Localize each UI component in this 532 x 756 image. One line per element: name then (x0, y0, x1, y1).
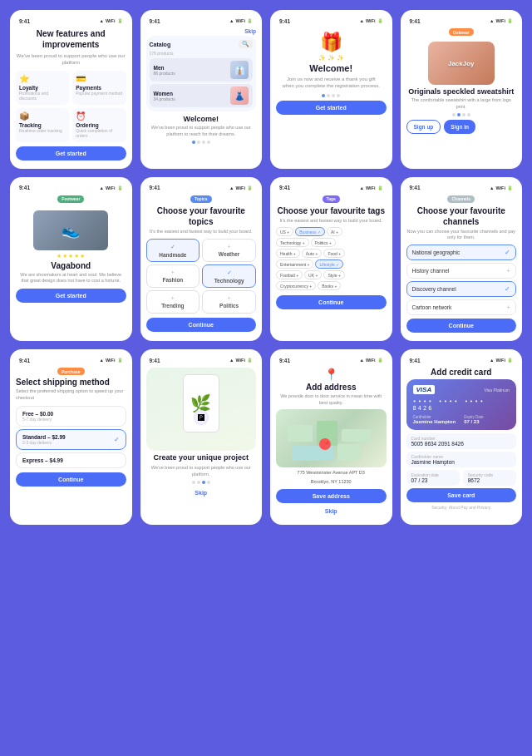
card4-btn-row: Sign up Sign in (406, 120, 517, 134)
catalog-search[interactable]: 🔍 (239, 40, 253, 48)
form-card-number[interactable]: Card number 5005 8634 2091 8426 (406, 433, 517, 449)
wifi-icon: WiFi (106, 18, 116, 23)
tracking-icon: 📦 (19, 111, 29, 121)
get-started-button-5[interactable]: Get started (16, 289, 126, 303)
status-bar-11: 9:41 ▲ WiFi 🔋 (276, 356, 387, 364)
catalog-item-men-left: Men 86 products (154, 65, 175, 76)
card8-title: Choose your favourite channels (406, 205, 517, 227)
men-label: Men (154, 65, 175, 71)
check-icon-2: ✓ (227, 269, 232, 276)
tag-uk[interactable]: UK + (304, 270, 322, 279)
time-5: 9:41 (19, 185, 30, 190)
tag-us[interactable]: US + (276, 227, 293, 236)
get-started-button-1[interactable]: Get started (16, 146, 126, 161)
continue-button-9[interactable]: Continue (16, 472, 126, 487)
location-icon: 📍 (324, 368, 338, 381)
status-bar-6: 9:41 ▲ WiFi 🔋 (146, 184, 257, 192)
continue-button-7[interactable]: Continue (276, 295, 387, 309)
card-vagabond: 9:41 ▲ WiFi 🔋 Footwear 👟 ★★★★★ Vagabond … (10, 177, 132, 341)
status-icons-4: ▲ WiFi 🔋 (490, 18, 513, 23)
form-security[interactable]: Security code 8672 (463, 470, 516, 486)
save-address-button[interactable]: Save address (276, 489, 387, 503)
tag-entertainment[interactable]: Entertainment + (276, 259, 313, 269)
plus-icon-4: + (228, 295, 231, 301)
skip-button-10[interactable]: Skip (195, 487, 207, 498)
topic-fashion[interactable]: + Fashion (146, 264, 200, 288)
shipping-free[interactable]: Free – $0.00 5-7 day delivery (16, 406, 126, 427)
battery-icon-2: 🔋 (247, 18, 253, 23)
card-create-project: 9:41 ▲ WiFi 🔋 🌿 🅿 Create your unique pro… (140, 349, 263, 525)
tag-style[interactable]: Style + (323, 270, 344, 279)
time-10: 9:41 (150, 358, 160, 363)
channel-history[interactable]: History channel + (406, 263, 517, 279)
card-sweatshirt: 9:41 ▲ WiFi 🔋 Outwear JackJoy Originals … (401, 10, 523, 169)
channel-national[interactable]: National geographic ✓ (406, 245, 517, 260)
sparkle-2: ✨ (328, 55, 335, 62)
card7-title: Choose your favourite tags (278, 205, 385, 216)
dot-3-2 (332, 94, 335, 97)
channel-cartoon[interactable]: Cartoon network + (406, 299, 517, 315)
signal-icon-6: ▲ (229, 185, 234, 190)
dot-2-0 (192, 141, 195, 144)
dot-4-1 (457, 113, 461, 116)
tags-badge: Tags (323, 195, 340, 203)
sparkle-1: ✨ (318, 55, 326, 62)
topic-fashion-name: Fashion (162, 277, 183, 283)
shoe-image: 👟 (33, 210, 108, 250)
card-topics: 9:41 ▲ WiFi 🔋 Topics Choose your favouri… (140, 177, 263, 341)
status-icons-9: ▲ WiFi 🔋 (99, 358, 122, 363)
tag-football[interactable]: Football + (276, 270, 303, 279)
tag-health[interactable]: Health + (276, 249, 300, 258)
topic-trending[interactable]: + Trending (146, 290, 200, 314)
signin-button[interactable]: Sign in (444, 120, 475, 134)
shipping-express[interactable]: Express – $4.99 (16, 452, 126, 468)
continue-button-8[interactable]: Continue (406, 319, 517, 333)
status-icons-1: ▲ WiFi 🔋 (99, 18, 122, 23)
form-expiry[interactable]: Expiration date 07 / 23 (406, 470, 460, 486)
tag-books[interactable]: Books + (318, 281, 341, 290)
card-shipping: 9:41 ▲ WiFi 🔋 Purchase Select shipping m… (10, 349, 132, 525)
catalog-item-men[interactable]: Men 86 products 👔 (150, 58, 254, 82)
save-card-button[interactable]: Save card (406, 488, 517, 502)
signup-button[interactable]: Sign up (406, 120, 441, 134)
topic-technology[interactable]: ✓ Technology (202, 264, 256, 288)
catalog-item-women[interactable]: Women 34 products 👗 (150, 84, 254, 107)
tag-food[interactable]: Food + (323, 249, 345, 258)
card8-sub: Now you can choose your favourite channe… (406, 229, 517, 241)
card-add-address: 9:41 ▲ WiFi 🔋 📍 Add address We provide d… (270, 349, 392, 525)
skip-button-2[interactable]: Skip (244, 28, 256, 34)
tag-crypto[interactable]: Cryptocurrency + (276, 281, 316, 290)
status-bar-3: 9:41 ▲ WiFi 🔋 (276, 17, 387, 25)
battery-icon-9: 🔋 (117, 358, 123, 363)
brand-text: JackJoy (448, 60, 475, 67)
topic-handmade[interactable]: ✓ Handmade (146, 239, 200, 262)
skip-button-11[interactable]: Skip (325, 506, 337, 516)
channel-discovery[interactable]: Discovery channel ✓ (406, 281, 517, 297)
dot-3-0 (322, 94, 325, 97)
status-icons-11: ▲ WiFi 🔋 (359, 358, 382, 363)
check-discovery: ✓ (505, 285, 510, 293)
signal-icon-10: ▲ (229, 358, 234, 363)
card4-title: Originals speckled sweatshirt (408, 87, 514, 96)
tag-politics[interactable]: Politics + (311, 238, 336, 247)
tag-lifestyle[interactable]: Lifestyle ✓ (315, 259, 343, 269)
tag-technology[interactable]: Technology + (276, 238, 309, 247)
shipping-standard[interactable]: Standard – $2.99 2-3 day delivery ✓ (16, 429, 126, 450)
form-cardholder[interactable]: Cardholder name Jasmine Hampton (406, 452, 517, 467)
dot-2-2 (202, 141, 205, 144)
topic-weather[interactable]: + Weather (202, 239, 256, 262)
tags-row-4: Entertainment + Lifestyle ✓ (276, 259, 387, 269)
topic-politics[interactable]: + Politics (202, 290, 256, 314)
tag-auto[interactable]: Auto + (302, 249, 323, 258)
get-started-button-3[interactable]: Get started (276, 101, 387, 115)
catalog-item-women-left: Women 34 products (154, 91, 175, 101)
status-icons-5: ▲ WiFi 🔋 (99, 185, 122, 190)
tag-ai[interactable]: AI + (327, 227, 342, 236)
card-channels: 9:41 ▲ WiFi 🔋 Channels Choose your favou… (401, 177, 523, 341)
credit-card-visual: VISA Visa Platinum •••• •••• •••• 8426 C… (406, 379, 517, 430)
card-new-features: 9:41 ▲ WiFi 🔋 New features and improveme… (10, 10, 132, 169)
continue-button-6[interactable]: Continue (146, 318, 257, 332)
cc-tier: Visa Platinum (485, 388, 510, 393)
signal-icon-4: ▲ (490, 18, 494, 23)
tag-business[interactable]: Business ✓ (295, 227, 325, 236)
